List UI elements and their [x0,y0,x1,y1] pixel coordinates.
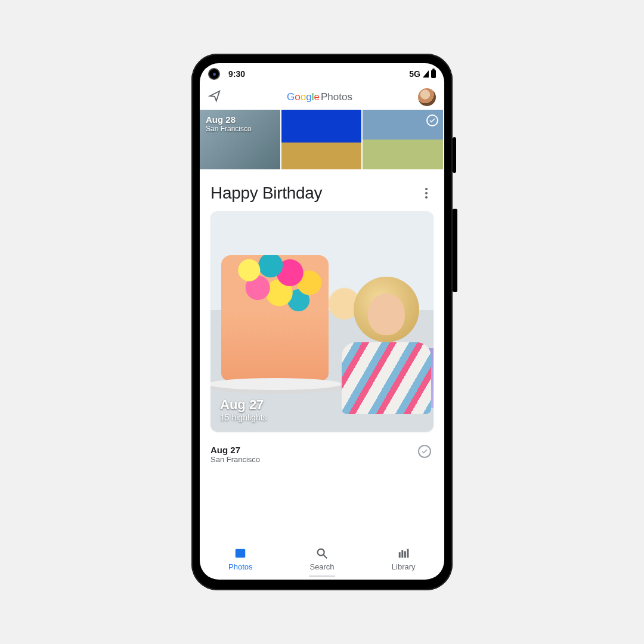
nav-library[interactable]: Library [363,538,444,580]
svg-rect-0 [236,549,246,558]
strip-thumb[interactable] [363,110,443,169]
svg-rect-7 [407,549,408,558]
memory-overlay: Aug 27 15 highlights [220,397,267,422]
nav-label: Photos [228,562,252,571]
memory-title: Happy Birthday [210,184,322,203]
signal-icon [423,70,429,78]
day-header: Aug 27 San Francisco [210,445,434,464]
status-network: 5G [409,69,436,79]
app-logo: GooglePhotos [226,91,413,103]
phone-frame: 9:30 5G GooglePhotos [191,54,453,590]
memory-date: Aug 27 [220,397,267,413]
day-location: San Francisco [210,455,260,464]
nav-label: Search [309,562,334,571]
day-date: Aug 27 [210,445,260,455]
memory-highlights: 15 highlights [220,413,267,422]
svg-rect-4 [398,552,400,558]
battery-icon [431,70,436,78]
nav-photos[interactable]: Photos [200,538,281,580]
memory-header: Happy Birthday [210,184,434,203]
app-logo-suffix: Photos [321,91,352,103]
svg-line-3 [324,555,327,559]
nav-underline [309,575,335,577]
screen: 9:30 5G GooglePhotos [200,63,444,580]
svg-point-2 [318,549,324,556]
svg-rect-5 [401,550,403,558]
memory-card[interactable]: Aug 27 15 highlights [210,211,434,432]
strip-overlay: Aug 28 San Francisco [206,114,252,133]
front-camera-icon [208,68,220,80]
more-options-icon[interactable] [419,186,434,200]
content-area: Happy Birthday Aug 27 15 highlights Aug … [200,169,444,538]
strip-date: Aug 28 [206,114,252,125]
bottom-nav: Photos Search Library [200,538,444,580]
side-button [453,209,457,292]
select-check-icon[interactable] [426,114,438,126]
status-time: 9:30 [228,69,245,79]
nav-label: Library [392,562,416,571]
send-icon[interactable] [208,89,221,105]
svg-rect-6 [404,551,406,558]
recent-photo-strip[interactable]: Aug 28 San Francisco [200,110,444,169]
select-day-check-icon[interactable] [418,445,431,458]
network-label: 5G [409,69,420,79]
strip-location: San Francisco [206,125,252,133]
memory-image [221,255,329,380]
app-bar: GooglePhotos [200,85,444,110]
strip-thumb[interactable] [281,110,362,169]
account-avatar[interactable] [418,88,436,106]
side-button [453,137,456,173]
nav-search[interactable]: Search [281,538,363,580]
status-bar: 9:30 5G [200,63,444,85]
memory-image [336,277,425,414]
